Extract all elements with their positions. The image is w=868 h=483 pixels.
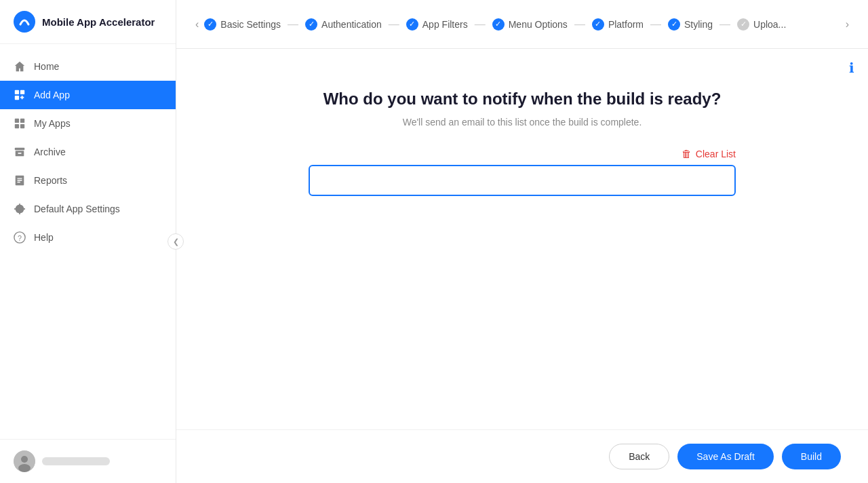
user-name-placeholder [42, 457, 110, 465]
user-area [0, 439, 176, 483]
footer-buttons: Back Save As Draft Build [176, 429, 868, 483]
avatar [14, 450, 35, 472]
sidebar-item-archive[interactable]: Archive [0, 138, 176, 166]
logo-icon [14, 11, 35, 33]
sidebar-item-home[interactable]: Home [0, 52, 176, 81]
svg-point-19 [18, 464, 31, 472]
wizard-step-basic-settings-label: Basic Settings [220, 19, 281, 30]
wizard-step-upload[interactable]: ✓ Uploa... [737, 18, 786, 31]
svg-text:?: ? [18, 234, 22, 242]
svg-rect-4 [15, 119, 19, 123]
wizard-steps: ✓ Basic Settings — ✓ Authentication — ✓ … [204, 18, 840, 31]
sidebar-item-default-settings-label: Default App Settings [34, 204, 120, 214]
clear-list-button[interactable]: 🗑 Clear List [682, 148, 736, 159]
home-icon [14, 60, 26, 73]
svg-point-0 [14, 11, 35, 33]
sidebar-item-my-apps-label: My Apps [34, 118, 71, 129]
my-apps-icon [14, 117, 26, 130]
step-check-basic-settings: ✓ [204, 18, 216, 31]
svg-rect-8 [15, 148, 24, 151]
separator-6: — [719, 18, 730, 31]
app-name: Mobile App Accelerator [42, 16, 155, 28]
back-button[interactable]: Back [609, 444, 669, 469]
svg-rect-7 [20, 124, 24, 128]
svg-rect-13 [17, 180, 22, 180]
wizard-step-menu-options-label: Menu Options [509, 19, 568, 30]
sidebar-collapse-button[interactable]: ❮ [167, 233, 184, 250]
sidebar-item-default-settings[interactable]: Default App Settings [0, 195, 176, 223]
wizard-step-styling[interactable]: ✓ Styling [668, 18, 713, 31]
svg-point-18 [21, 456, 28, 463]
wizard-prev-button[interactable]: ‹ [190, 16, 204, 33]
email-input[interactable] [309, 165, 736, 196]
sidebar-item-reports-label: Reports [34, 175, 67, 186]
wizard-step-upload-label: Uploa... [753, 19, 786, 30]
wizard-step-authentication[interactable]: ✓ Authentication [305, 18, 382, 31]
separator-1: — [288, 18, 298, 31]
step-check-styling: ✓ [668, 18, 680, 31]
step-check-authentication: ✓ [305, 18, 317, 31]
page-title: Who do you want to notify when the build… [323, 90, 722, 109]
step-check-upload: ✓ [737, 18, 749, 31]
sidebar-item-add-app[interactable]: Add App [0, 81, 176, 109]
trash-icon: 🗑 [682, 148, 692, 159]
svg-rect-10 [18, 153, 21, 154]
content-center: Who do you want to notify when the build… [176, 49, 868, 429]
add-app-icon [14, 89, 26, 101]
save-draft-button[interactable]: Save As Draft [677, 444, 774, 469]
main-content: ‹ ✓ Basic Settings — ✓ Authentication — … [176, 0, 868, 483]
sidebar-item-home-label: Home [34, 61, 59, 72]
wizard-step-authentication-label: Authentication [321, 19, 382, 30]
logo-area: Mobile App Accelerator [0, 0, 176, 44]
wizard-step-platform[interactable]: ✓ Platform [592, 18, 644, 31]
wizard-step-app-filters-label: App Filters [422, 19, 468, 30]
svg-rect-3 [15, 96, 19, 100]
separator-3: — [475, 18, 486, 31]
wizard-step-app-filters[interactable]: ✓ App Filters [406, 18, 468, 31]
step-check-platform: ✓ [592, 18, 604, 31]
reports-icon [14, 174, 26, 187]
wizard-header: ‹ ✓ Basic Settings — ✓ Authentication — … [176, 0, 868, 49]
content-area: ℹ Who do you want to notify when the bui… [176, 49, 868, 483]
svg-rect-6 [15, 124, 19, 128]
wizard-step-styling-label: Styling [684, 19, 713, 30]
archive-icon [14, 146, 26, 158]
wizard-step-menu-options[interactable]: ✓ Menu Options [492, 18, 568, 31]
svg-rect-14 [17, 182, 20, 182]
sidebar-item-add-app-label: Add App [34, 90, 70, 100]
sidebar-item-help-label: Help [34, 232, 54, 243]
settings-icon [14, 203, 26, 215]
sidebar: Mobile App Accelerator Home Add App [0, 0, 176, 483]
clear-list-row: 🗑 Clear List [309, 148, 736, 159]
svg-rect-1 [15, 90, 19, 94]
sidebar-item-reports[interactable]: Reports [0, 166, 176, 195]
help-icon: ? [14, 231, 26, 244]
step-check-menu-options: ✓ [492, 18, 505, 31]
wizard-step-basic-settings[interactable]: ✓ Basic Settings [204, 18, 281, 31]
sidebar-nav: Home Add App My Apps [0, 44, 176, 439]
separator-4: — [574, 18, 585, 31]
step-check-app-filters: ✓ [406, 18, 418, 31]
sidebar-item-my-apps[interactable]: My Apps [0, 109, 176, 138]
sidebar-item-archive-label: Archive [34, 147, 66, 157]
page-subtitle: We'll send an email to this list once th… [403, 117, 642, 128]
build-button[interactable]: Build [782, 444, 841, 469]
clear-list-label: Clear List [696, 149, 736, 159]
svg-rect-2 [20, 90, 24, 94]
info-icon[interactable]: ℹ [849, 60, 854, 76]
wizard-next-button[interactable]: › [840, 16, 854, 33]
separator-5: — [650, 18, 661, 31]
sidebar-item-help[interactable]: ? Help [0, 223, 176, 252]
wizard-step-platform-label: Platform [608, 19, 644, 30]
svg-rect-12 [17, 178, 22, 178]
separator-2: — [389, 18, 399, 31]
svg-rect-5 [20, 119, 24, 123]
